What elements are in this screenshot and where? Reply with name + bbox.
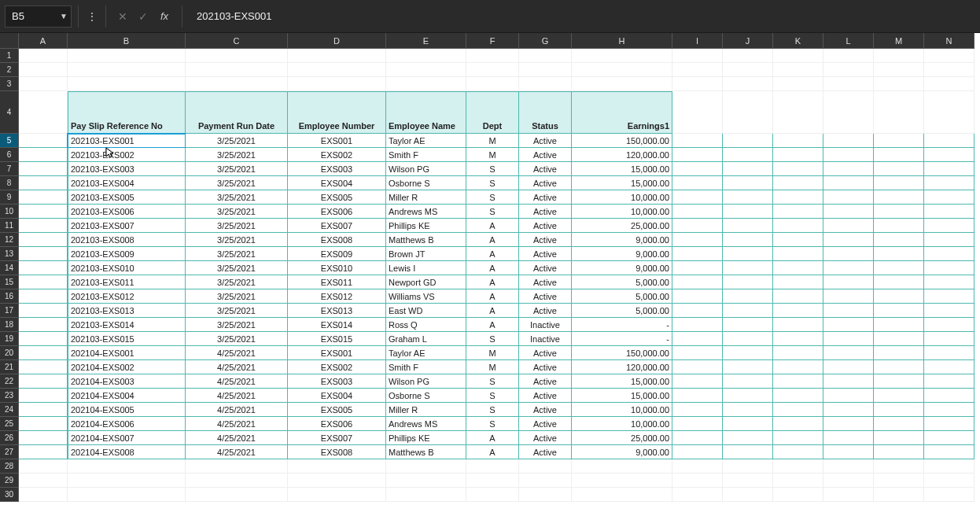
cell-H20[interactable]: 150,000.00 <box>572 346 672 360</box>
cell-D5[interactable]: EXS001 <box>288 134 386 148</box>
cell-L22[interactable] <box>823 374 874 389</box>
cell-A30[interactable] <box>19 488 68 502</box>
cell-M23[interactable] <box>874 389 924 403</box>
cell-F1[interactable] <box>466 49 519 63</box>
cell-D15[interactable]: EXS011 <box>288 275 386 289</box>
cell-L14[interactable] <box>823 261 874 275</box>
cell-M30[interactable] <box>874 488 924 502</box>
cell-C16[interactable]: 3/25/2021 <box>186 289 288 304</box>
cell-A16[interactable] <box>19 289 68 304</box>
cell-E7[interactable]: Wilson PG <box>386 162 466 176</box>
cell-N4[interactable] <box>924 91 974 134</box>
cell-K17[interactable] <box>773 304 823 318</box>
cell-A2[interactable] <box>19 63 68 77</box>
cell-D16[interactable]: EXS012 <box>288 289 386 304</box>
row-header-19[interactable]: 19 <box>0 332 19 346</box>
cell-I24[interactable] <box>672 403 723 417</box>
cell-C20[interactable]: 4/25/2021 <box>186 346 288 360</box>
column-header-G[interactable]: G <box>519 33 572 49</box>
cell-L26[interactable] <box>823 431 874 445</box>
cell-C5[interactable]: 3/25/2021 <box>186 134 288 148</box>
cell-M8[interactable] <box>874 176 924 190</box>
cell-K19[interactable] <box>773 332 823 346</box>
cell-I3[interactable] <box>672 77 723 91</box>
cell-G10[interactable]: Active <box>519 205 572 219</box>
column-header-A[interactable]: A <box>19 33 68 49</box>
cell-A8[interactable] <box>19 176 68 190</box>
cell-J23[interactable] <box>723 389 773 403</box>
cell-I19[interactable] <box>672 332 723 346</box>
cell-I13[interactable] <box>672 247 723 261</box>
row-header-6[interactable]: 6 <box>0 148 19 162</box>
cell-D9[interactable]: EXS005 <box>288 190 386 205</box>
cell-F11[interactable]: A <box>466 219 519 233</box>
cell-C19[interactable]: 3/25/2021 <box>186 332 288 346</box>
cell-L9[interactable] <box>823 190 874 205</box>
cell-J25[interactable] <box>723 417 773 431</box>
cell-G21[interactable]: Active <box>519 360 572 374</box>
row-header-8[interactable]: 8 <box>0 176 19 190</box>
cell-M22[interactable] <box>874 374 924 389</box>
cell-L29[interactable] <box>823 474 874 488</box>
cell-M27[interactable] <box>874 445 924 459</box>
cell-I15[interactable] <box>672 275 723 289</box>
cell-M6[interactable] <box>874 148 924 162</box>
row-header-20[interactable]: 20 <box>0 346 19 360</box>
cell-N24[interactable] <box>924 403 974 417</box>
cell-E27[interactable]: Matthews B <box>386 445 466 459</box>
cell-A20[interactable] <box>19 346 68 360</box>
spreadsheet-grid[interactable]: ABCDEFGHIJKLMN 1234567891011121314151617… <box>0 33 980 505</box>
row-header-7[interactable]: 7 <box>0 162 19 176</box>
row-header-11[interactable]: 11 <box>0 219 19 233</box>
cell-H13[interactable]: 9,000.00 <box>572 247 672 261</box>
cell-E11[interactable]: Phillips KE <box>386 219 466 233</box>
cell-N1[interactable] <box>924 49 974 63</box>
cell-L2[interactable] <box>823 63 874 77</box>
cell-J2[interactable] <box>723 63 773 77</box>
cell-G26[interactable]: Active <box>519 431 572 445</box>
cell-A15[interactable] <box>19 275 68 289</box>
cell-N17[interactable] <box>924 304 974 318</box>
cell-C6[interactable]: 3/25/2021 <box>186 148 288 162</box>
cell-J13[interactable] <box>723 247 773 261</box>
cell-K2[interactable] <box>773 63 823 77</box>
row-header-4[interactable]: 4 <box>0 91 19 134</box>
cell-J15[interactable] <box>723 275 773 289</box>
row-header-3[interactable]: 3 <box>0 77 19 91</box>
cell-A23[interactable] <box>19 389 68 403</box>
cell-N23[interactable] <box>924 389 974 403</box>
cell-M17[interactable] <box>874 304 924 318</box>
row-header-9[interactable]: 9 <box>0 190 19 205</box>
cell-D10[interactable]: EXS006 <box>288 205 386 219</box>
cell-I22[interactable] <box>672 374 723 389</box>
cell-C14[interactable]: 3/25/2021 <box>186 261 288 275</box>
cell-J18[interactable] <box>723 318 773 332</box>
fx-label[interactable]: fx <box>153 10 175 22</box>
cell-C12[interactable]: 3/25/2021 <box>186 233 288 247</box>
column-header-L[interactable]: L <box>823 33 874 49</box>
cell-N8[interactable] <box>924 176 974 190</box>
cell-I5[interactable] <box>672 134 723 148</box>
cell-K18[interactable] <box>773 318 823 332</box>
cell-H10[interactable]: 10,000.00 <box>572 205 672 219</box>
cell-J21[interactable] <box>723 360 773 374</box>
cell-D8[interactable]: EXS004 <box>288 176 386 190</box>
cell-L24[interactable] <box>823 403 874 417</box>
cell-G12[interactable]: Active <box>519 233 572 247</box>
cell-M18[interactable] <box>874 318 924 332</box>
cell-D2[interactable] <box>288 63 386 77</box>
cell-H2[interactable] <box>572 63 672 77</box>
cell-L28[interactable] <box>823 459 874 474</box>
cell-J7[interactable] <box>723 162 773 176</box>
cell-F14[interactable]: A <box>466 261 519 275</box>
cell-G9[interactable]: Active <box>519 190 572 205</box>
cell-I11[interactable] <box>672 219 723 233</box>
cell-B6[interactable]: 202103-EXS002 <box>68 148 186 162</box>
cell-A4[interactable] <box>19 91 68 134</box>
cell-F22[interactable]: S <box>466 374 519 389</box>
cell-I10[interactable] <box>672 205 723 219</box>
cell-G28[interactable] <box>519 459 572 474</box>
cell-M20[interactable] <box>874 346 924 360</box>
cell-J16[interactable] <box>723 289 773 304</box>
cell-N20[interactable] <box>924 346 974 360</box>
